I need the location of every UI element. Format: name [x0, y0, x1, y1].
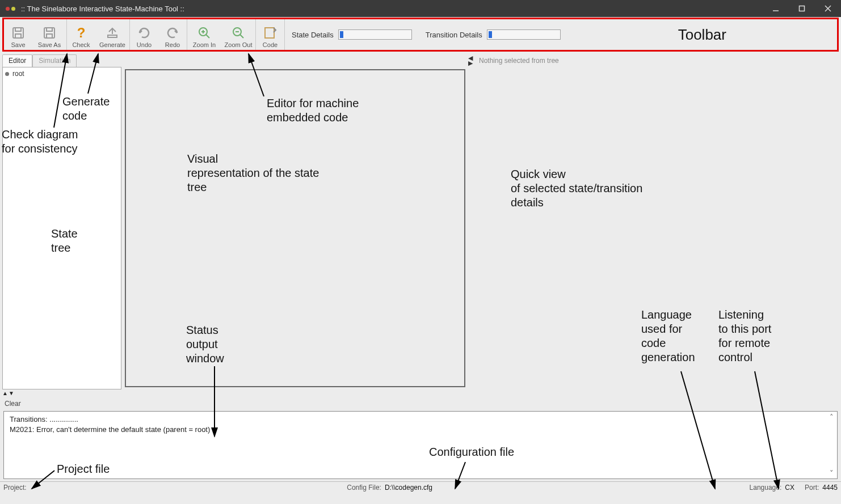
redo-label: Redo — [165, 41, 180, 48]
language-value: CX — [785, 484, 794, 492]
svg-rect-5 — [15, 28, 21, 31]
minimize-icon — [772, 5, 779, 12]
svg-rect-7 — [44, 28, 54, 38]
state-details-label: State Details — [292, 31, 334, 39]
state-details-field: State Details — [285, 19, 419, 50]
minimize-button[interactable] — [763, 0, 789, 17]
tree-bullet-icon — [5, 72, 9, 76]
check-label: Check — [72, 41, 90, 48]
transition-details-label: Transition Details — [426, 31, 482, 39]
titlebar: :: The Sinelabore Interactive State-Mach… — [0, 0, 841, 17]
right-pane: Nothing selected from tree — [476, 54, 839, 389]
annotation-toolbar-text: Toolbar — [567, 19, 837, 50]
chevron-down-icon: ▼ — [9, 391, 14, 396]
generate-label: Generate — [99, 41, 125, 48]
state-details-slider[interactable] — [338, 29, 412, 40]
window-title: :: The Sinelabore Interactive State-Mach… — [21, 5, 184, 13]
tab-simulation[interactable]: Simulation — [32, 54, 77, 67]
check-button[interactable]: ? Check — [67, 19, 95, 50]
svg-rect-4 — [13, 28, 23, 38]
horizontal-splitter[interactable]: ▲ ▼ — [0, 389, 841, 397]
svg-line-12 — [206, 35, 209, 38]
code-label: Code — [263, 41, 277, 48]
language-label: Language: — [750, 484, 782, 492]
vertical-splitter[interactable]: ◀ ▶ — [466, 54, 474, 389]
config-file-value: D:\\codegen.cfg — [385, 484, 432, 492]
transition-details-slider[interactable] — [487, 29, 561, 40]
generate-icon — [106, 26, 119, 40]
chevron-up-icon: ▲ — [2, 391, 8, 396]
zoom-in-button[interactable]: Zoom In — [187, 19, 221, 50]
tree-item-label: root — [12, 70, 24, 78]
status-output-panel[interactable]: Transitions: .............. M2021: Error… — [3, 411, 838, 479]
code-icon — [263, 26, 277, 40]
code-button[interactable]: Code — [256, 19, 284, 50]
chevron-right-icon: ▶ — [468, 61, 473, 66]
zoom-in-label: Zoom In — [193, 41, 216, 48]
close-icon — [825, 5, 831, 12]
svg-rect-18 — [265, 28, 274, 38]
undo-button[interactable]: Undo — [130, 19, 158, 50]
config-file-label: Config File: — [347, 484, 381, 492]
transition-details-field: Transition Details — [419, 19, 567, 50]
scroll-up-icon: ˄ — [830, 413, 834, 421]
zoom-in-icon — [197, 26, 211, 40]
toolbar: Save Save As ? Check Generate Undo — [2, 18, 839, 52]
scrollbar[interactable]: ˄ ˅ — [827, 413, 836, 477]
undo-label: Undo — [137, 41, 152, 48]
undo-icon — [137, 26, 151, 40]
save-icon — [11, 26, 25, 40]
svg-line-16 — [240, 35, 243, 38]
tab-editor[interactable]: Editor — [2, 54, 32, 67]
port-value: 4445 — [822, 484, 838, 492]
main-area: Editor Simulation root ◀ ▶ Nothing selec… — [0, 52, 841, 389]
diagram-canvas[interactable] — [125, 69, 465, 387]
save-label: Save — [11, 41, 25, 48]
details-placeholder: Nothing selected from tree — [476, 54, 839, 67]
project-label: Project: — [3, 484, 27, 492]
save-as-button[interactable]: Save As — [32, 19, 66, 50]
maximize-icon — [798, 5, 805, 12]
save-button[interactable]: Save — [4, 19, 32, 50]
left-pane: Editor Simulation root — [2, 54, 121, 389]
svg-rect-9 — [47, 34, 52, 38]
svg-rect-1 — [800, 6, 805, 11]
port-label: Port: — [805, 484, 819, 492]
status-line: Transitions: .............. — [10, 415, 831, 423]
scroll-down-icon: ˅ — [830, 469, 834, 477]
redo-icon — [166, 26, 179, 40]
clear-button[interactable]: Clear — [0, 397, 841, 410]
state-tree-panel[interactable]: root — [2, 67, 121, 389]
save-as-icon — [43, 26, 56, 40]
redo-button[interactable]: Redo — [158, 19, 187, 50]
generate-button[interactable]: Generate — [95, 19, 129, 50]
tree-item-root[interactable]: root — [5, 70, 119, 78]
save-as-label: Save As — [38, 41, 61, 48]
close-button[interactable] — [815, 0, 841, 17]
zoom-out-icon — [232, 26, 245, 40]
zoom-out-label: Zoom Out — [225, 41, 253, 48]
zoom-out-button[interactable]: Zoom Out — [221, 19, 255, 50]
center-pane — [123, 54, 465, 389]
details-panel — [476, 67, 839, 389]
statusbar: Project: Config File: D:\\codegen.cfg La… — [0, 481, 841, 493]
svg-rect-6 — [15, 34, 21, 38]
svg-rect-10 — [108, 35, 117, 37]
status-line: M2021: Error, can't determine the defaul… — [10, 425, 831, 434]
maximize-button[interactable] — [789, 0, 815, 17]
titlebar-dots — [6, 7, 15, 11]
svg-rect-8 — [47, 28, 52, 31]
question-icon: ? — [77, 26, 86, 40]
